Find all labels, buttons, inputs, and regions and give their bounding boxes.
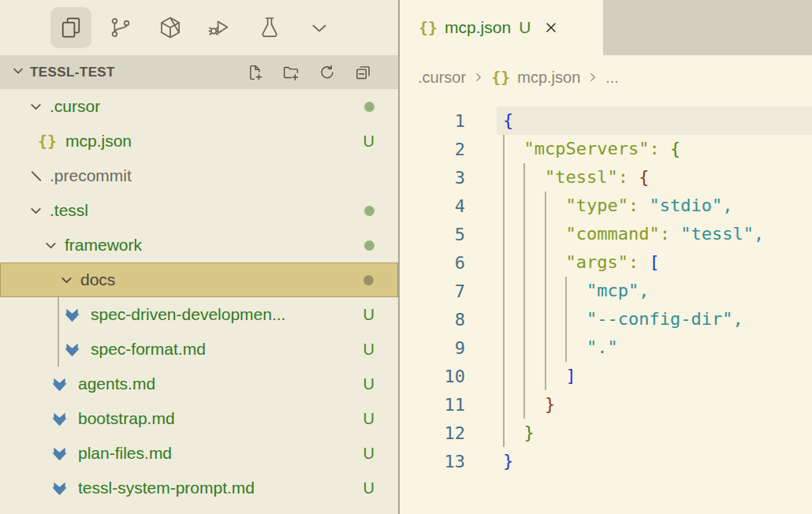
extensions-view-button[interactable]	[150, 7, 191, 48]
code-line: 4 "type": "stdio",	[400, 192, 812, 220]
code-line: 7 "mcp",	[400, 277, 812, 305]
breadcrumb-label: mcp.json	[517, 69, 580, 87]
line-number: 11	[400, 395, 465, 415]
tree-item-label: agents.md	[78, 374, 155, 393]
breadcrumb-item[interactable]: ...	[605, 69, 619, 87]
close-tab-button[interactable]	[543, 20, 559, 35]
tree-item-docs[interactable]: docs	[0, 263, 398, 297]
tree-item--tessl[interactable]: .tessl	[0, 193, 398, 228]
breadcrumb-label: .cursor	[418, 69, 466, 87]
code-token: :	[628, 196, 650, 215]
tree-item-label: docs	[80, 270, 115, 289]
code-token: ,	[732, 309, 743, 329]
tree-item-mcp-json[interactable]: {}mcp.jsonU	[0, 124, 398, 158]
code-token: :	[660, 224, 681, 244]
explorer-header[interactable]: TESSL-TEST	[0, 55, 398, 89]
line-number: 12	[400, 423, 465, 443]
testing-view-button[interactable]	[249, 7, 290, 48]
tree-item-label: .tessl	[50, 201, 88, 220]
code-token: {	[503, 110, 513, 130]
code-line-content: "mcpServers": {	[497, 135, 812, 163]
tree-item--precommit[interactable]: .precommit	[0, 158, 398, 193]
tree-item-spec-driven-developmen-[interactable]: spec-driven-developmen...U	[0, 297, 398, 332]
code-line-content: "type": "stdio",	[497, 192, 812, 220]
code-line-content: }	[497, 419, 812, 447]
code-line-content: }	[497, 390, 812, 419]
code-line: 8 "--config-dir",	[400, 305, 812, 333]
tree-item-label: bootstrap.md	[78, 409, 175, 428]
untracked-badge: U	[363, 132, 374, 151]
breadcrumb-label: ...	[605, 69, 619, 87]
tab-mcp-json[interactable]: {} mcp.json U	[400, 0, 603, 55]
new-file-button[interactable]	[244, 62, 264, 82]
markdown-icon	[63, 341, 91, 359]
code-token: {	[639, 167, 649, 187]
modified-dot-badge	[364, 240, 374, 251]
indent-guide	[503, 333, 505, 362]
indent-guide	[545, 362, 546, 390]
untracked-badge: U	[363, 375, 374, 393]
code-token: ,	[754, 224, 764, 244]
markdown-icon	[50, 410, 78, 428]
code-line-content: "command": "tessl",	[497, 220, 812, 248]
breadcrumb-item[interactable]: .cursor	[418, 69, 466, 87]
sidebar: TESSL-TEST	[0, 0, 400, 514]
flask-icon	[257, 15, 282, 40]
code-line-content: "--config-dir",	[497, 305, 812, 333]
tree-item-plan-files-md[interactable]: plan-files.mdU	[0, 436, 398, 471]
indent-guide	[545, 333, 546, 362]
braces-icon: {}	[419, 18, 438, 37]
tree-item-bootstrap-md[interactable]: bootstrap.mdU	[0, 401, 398, 436]
tree-item--cursor[interactable]: .cursor	[0, 89, 398, 124]
code-token: }	[524, 423, 535, 442]
untracked-badge: U	[363, 479, 374, 497]
code-line: 6 "args": [	[400, 248, 812, 277]
code-token: {	[670, 139, 680, 158]
code-token: "type"	[565, 196, 628, 215]
code-token: "tessl"	[545, 167, 618, 187]
tree-item-agents-md[interactable]: agents.mdU	[0, 367, 398, 401]
chevron-right-icon	[587, 72, 598, 83]
file-tree: .cursor{}mcp.jsonU.precommit.tesslframew…	[0, 89, 398, 514]
indent-guide	[503, 305, 505, 333]
indent-guide	[503, 390, 505, 419]
indent-guide	[523, 305, 525, 333]
braces-icon: {}	[491, 68, 510, 87]
indent-guide	[523, 220, 525, 248]
code-token: "."	[587, 337, 618, 357]
code-line-content: {	[497, 106, 812, 135]
line-number: 7	[400, 281, 465, 301]
code-token: "tessl"	[680, 224, 754, 244]
more-views-button[interactable]	[299, 7, 340, 48]
tree-item-spec-format-md[interactable]: spec-format.mdU	[0, 332, 398, 367]
debug-icon	[207, 15, 233, 40]
line-number: 13	[400, 452, 465, 471]
code-line-content: }	[497, 447, 812, 475]
breadcrumb-item[interactable]: {}mcp.json	[491, 68, 580, 87]
untracked-badge: U	[363, 341, 374, 359]
source-control-view-button[interactable]	[100, 7, 141, 48]
modified-dot-badge	[363, 275, 374, 285]
code-line-content: ]	[497, 362, 812, 390]
code-editor[interactable]: 1{2 "mcpServers": {3 "tessl": {4 "type":…	[400, 99, 812, 514]
indent-guide	[503, 192, 505, 220]
indent-guide	[565, 333, 567, 362]
run-debug-view-button[interactable]	[199, 7, 240, 48]
indent-guide	[545, 305, 546, 333]
tree-item-framework[interactable]: framework	[0, 228, 398, 263]
markdown-icon	[50, 445, 78, 463]
source-control-icon	[108, 15, 133, 40]
collapse-all-button[interactable]	[353, 62, 373, 82]
explorer-toolbar	[244, 62, 373, 82]
refresh-button[interactable]	[317, 62, 337, 82]
tree-item-tessl-system-prompt-md[interactable]: tessl-system-prompt.mdU	[0, 471, 398, 505]
indent-guide	[503, 277, 505, 305]
code-token: }	[503, 451, 513, 471]
new-folder-button[interactable]	[281, 62, 300, 82]
code-token: }	[545, 394, 555, 414]
code-line: 2 "mcpServers": {	[400, 135, 812, 163]
explorer-view-button[interactable]	[50, 7, 91, 48]
code-line-content: "mcp",	[497, 277, 812, 305]
indent-guide	[523, 192, 525, 220]
code-line: 12 }	[400, 419, 812, 447]
